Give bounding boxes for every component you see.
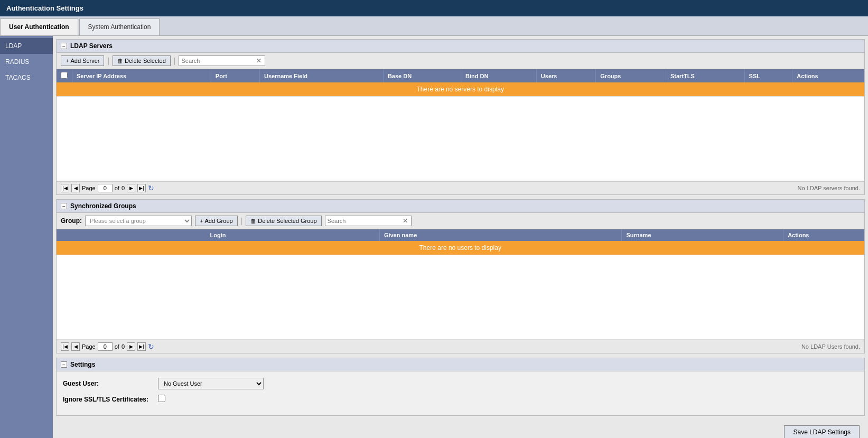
- settings-section: − Settings Guest User: No Guest User Ign…: [56, 358, 865, 416]
- no-ldap-servers-msg: No LDAP servers found.: [798, 185, 860, 191]
- of-label: of: [115, 185, 119, 191]
- group-select-container: Please select a group: [85, 216, 192, 226]
- title-bar: Authentication Settings: [0, 0, 868, 16]
- sync-groups-header: − Synchronized Groups: [57, 200, 864, 213]
- trash-icon: 🗑: [117, 58, 123, 64]
- ldap-servers-title: LDAP Servers: [70, 42, 113, 50]
- groups-search-box: ✕: [325, 216, 412, 226]
- page-label: Page: [82, 185, 96, 191]
- synchronized-groups-section: − Synchronized Groups Group: Please sele…: [56, 199, 865, 353]
- select-all-checkbox[interactable]: [61, 72, 68, 79]
- ldap-servers-search-box: ✕: [179, 55, 265, 66]
- col-users: Users: [536, 69, 595, 82]
- ssl-row: Ignore SSL/TLS Certificates:: [63, 395, 858, 404]
- col-ssl: SSL: [744, 69, 792, 82]
- app-title: Authentication Settings: [6, 4, 83, 12]
- groups-search-input[interactable]: [328, 218, 402, 224]
- col-starttls: StartTLS: [666, 69, 745, 82]
- groups-no-users-bar: There are no users to display: [57, 241, 864, 255]
- col-checkbox: [57, 69, 72, 82]
- ldap-servers-pagination: |◀ ◀ Page of 0 ▶ ▶| ↻ No LDAP servers fo…: [57, 181, 864, 194]
- groups-first-page-btn[interactable]: |◀: [61, 342, 69, 351]
- tab-system-auth[interactable]: System Authentication: [79, 18, 160, 35]
- ldap-servers-section: − LDAP Servers + Add Server | 🗑 Delete S…: [56, 39, 865, 195]
- ssl-label: Ignore SSL/TLS Certificates:: [63, 396, 158, 403]
- guest-user-select[interactable]: No Guest User: [158, 378, 264, 389]
- delete-selected-button[interactable]: 🗑 Delete Selected: [113, 55, 171, 66]
- groups-prev-page-btn[interactable]: ◀: [71, 342, 80, 351]
- groups-pagination: |◀ ◀ Page of 0 ▶ ▶| ↻ No LDAP Users foun…: [57, 340, 864, 353]
- col-port: Port: [211, 69, 259, 82]
- ldap-no-servers-bar: There are no servers to display: [57, 82, 864, 96]
- guest-user-label: Guest User:: [63, 380, 158, 387]
- sync-groups-title: Synchronized Groups: [70, 202, 136, 210]
- toolbar-separator: |: [107, 57, 109, 65]
- no-ldap-users-msg: No LDAP Users found.: [801, 343, 860, 350]
- col-user-actions: Actions: [783, 229, 864, 241]
- toolbar-separator2: |: [174, 57, 176, 65]
- refresh-icon[interactable]: ↻: [148, 184, 154, 192]
- group-select[interactable]: Please select a group: [86, 216, 191, 226]
- prev-page-btn[interactable]: ◀: [71, 184, 80, 192]
- groups-total-pages: 0: [122, 343, 125, 350]
- tab-user-auth[interactable]: User Authentication: [0, 18, 78, 35]
- sidebar-item-tacacs[interactable]: TACACS: [0, 70, 53, 86]
- settings-content: Guest User: No Guest User Ignore SSL/TLS…: [57, 371, 864, 415]
- sidebar-item-radius[interactable]: RADIUS: [0, 54, 53, 70]
- add-group-button[interactable]: + Add Group: [195, 216, 238, 226]
- groups-refresh-icon[interactable]: ↻: [148, 342, 154, 351]
- sync-groups-toolbar: Group: Please select a group + Add Group…: [57, 213, 864, 229]
- col-actions: Actions: [792, 69, 864, 82]
- save-area: Save LDAP Settings: [56, 420, 865, 438]
- ssl-checkbox[interactable]: [158, 395, 165, 402]
- sidebar: LDAP RADIUS TACACS: [0, 36, 53, 438]
- groups-of-label: of: [115, 343, 119, 350]
- ldap-servers-search-input[interactable]: [181, 58, 255, 64]
- settings-header: − Settings: [57, 358, 864, 371]
- col-bind-dn: Bind DN: [461, 69, 537, 82]
- col-base-dn: Base DN: [383, 69, 461, 82]
- groups-separator: |: [241, 217, 243, 225]
- trash-group-icon: 🗑: [250, 218, 256, 224]
- search-clear-icon[interactable]: ✕: [255, 57, 263, 64]
- col-login: Login: [57, 229, 379, 241]
- first-page-btn[interactable]: |◀: [61, 184, 69, 192]
- next-page-btn[interactable]: ▶: [127, 184, 135, 192]
- collapse-groups-icon[interactable]: −: [61, 203, 67, 209]
- guest-user-row: Guest User: No Guest User: [63, 378, 858, 389]
- total-pages: 0: [122, 185, 125, 191]
- groups-last-page-btn[interactable]: ▶|: [137, 342, 146, 351]
- collapse-ldap-icon[interactable]: −: [61, 43, 67, 49]
- tabs-bar: User Authentication System Authenticatio…: [0, 16, 868, 36]
- groups-next-page-btn[interactable]: ▶: [127, 342, 135, 351]
- sidebar-item-ldap[interactable]: LDAP: [0, 38, 53, 54]
- guest-user-control: No Guest User: [158, 378, 264, 389]
- plus-group-icon: +: [200, 218, 203, 224]
- ldap-servers-table: Server IP Address Port Username Field Ba…: [57, 69, 864, 181]
- collapse-settings-icon[interactable]: −: [61, 361, 67, 368]
- plus-icon: +: [66, 58, 69, 64]
- settings-title: Settings: [70, 361, 95, 368]
- groups-page-input[interactable]: [98, 342, 113, 351]
- ldap-servers-header: − LDAP Servers: [57, 40, 864, 53]
- delete-group-button[interactable]: 🗑 Delete Selected Group: [246, 216, 321, 226]
- col-server-ip: Server IP Address: [72, 69, 211, 82]
- ssl-control: [158, 395, 165, 404]
- ldap-servers-toolbar: + Add Server | 🗑 Delete Selected | ✕: [57, 53, 864, 69]
- groups-search-clear-icon[interactable]: ✕: [402, 217, 409, 225]
- col-groups: Groups: [596, 69, 666, 82]
- sync-groups-table: Login Given name Surname Actions: [57, 229, 864, 340]
- add-server-button[interactable]: + Add Server: [61, 55, 104, 66]
- content-area: − LDAP Servers + Add Server | 🗑 Delete S…: [53, 36, 868, 438]
- col-username-field: Username Field: [260, 69, 384, 82]
- save-ldap-button[interactable]: Save LDAP Settings: [784, 425, 860, 438]
- last-page-btn[interactable]: ▶|: [137, 184, 146, 192]
- col-given-name: Given name: [379, 229, 622, 241]
- page-number-input[interactable]: [98, 184, 113, 192]
- group-label: Group:: [61, 217, 82, 225]
- col-surname: Surname: [622, 229, 783, 241]
- main-layout: LDAP RADIUS TACACS − LDAP Servers + Add …: [0, 36, 868, 438]
- groups-page-label: Page: [82, 343, 96, 350]
